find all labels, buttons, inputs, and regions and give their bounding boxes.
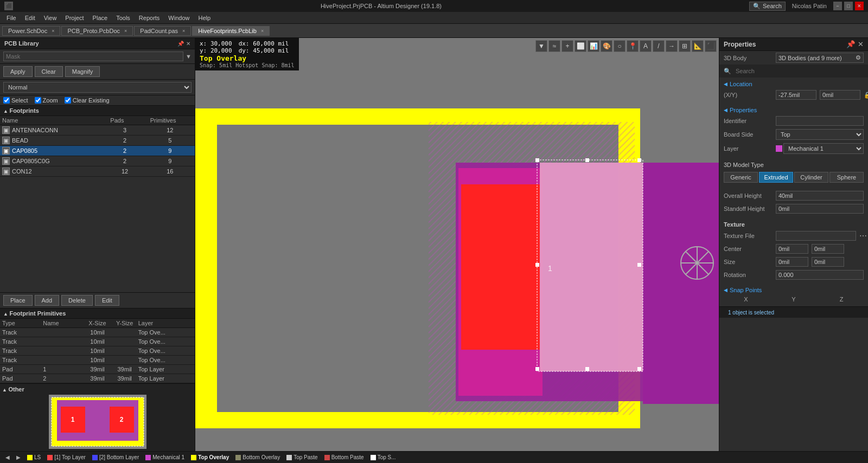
menu-item-view[interactable]: View xyxy=(40,14,61,22)
list-item[interactable]: Track 10mil Top Ove... xyxy=(0,356,195,365)
menu-item-place[interactable]: Place xyxy=(88,14,112,22)
tab-1[interactable]: PCB_Proto.PcbDoc× xyxy=(61,26,133,36)
menu-item-reports[interactable]: Reports xyxy=(135,14,164,22)
global-search[interactable]: 🔍 Search xyxy=(749,2,786,11)
menu-item-tools[interactable]: Tools xyxy=(112,14,135,22)
body-type-value[interactable]: 3D Bodies (and 9 more) ⚙ xyxy=(776,53,864,63)
layer-tab-bottompaste[interactable]: Bottom Paste xyxy=(321,454,367,461)
tab-2[interactable]: PadCount.pas× xyxy=(134,26,191,36)
list-item[interactable]: Track 10mil Top Ove... xyxy=(0,346,195,356)
arrow-btn[interactable]: → xyxy=(666,40,678,52)
paint-btn[interactable]: 🎨 xyxy=(601,40,612,52)
magnify-button[interactable]: Magnify xyxy=(65,66,100,77)
clear-existing-checkbox-label[interactable]: Clear Existing xyxy=(65,97,110,104)
list-item[interactable]: Pad 2 39mil 39mil Top Layer xyxy=(0,374,195,383)
y-input[interactable] xyxy=(820,90,860,100)
properties-pin-button[interactable]: 📌 xyxy=(846,40,856,48)
select-checkbox-label[interactable]: Select xyxy=(3,97,28,104)
mode-select[interactable]: Normal xyxy=(3,82,192,93)
apply-button[interactable]: Apply xyxy=(3,66,33,77)
layer-tab-[1]toplayer[interactable]: [1] Top Layer xyxy=(44,454,89,461)
layer-tab-bottomoverlay[interactable]: Bottom Overlay xyxy=(232,454,283,461)
place-button[interactable]: Place xyxy=(3,295,33,306)
extruded-btn[interactable]: Extruded xyxy=(759,172,793,183)
minimize-button[interactable]: − xyxy=(833,2,842,10)
table-row[interactable]: ▣ CON12 12 16 xyxy=(0,166,195,177)
grid-btn[interactable]: ⊞ xyxy=(679,40,691,52)
identifier-input[interactable] xyxy=(776,116,864,126)
clear-button[interactable]: Clear xyxy=(35,66,63,77)
menu-item-help[interactable]: Help xyxy=(194,14,215,22)
rotation-input[interactable] xyxy=(776,270,864,280)
size-x-input[interactable] xyxy=(776,257,808,267)
sphere-btn[interactable]: Sphere xyxy=(829,172,864,183)
filter-icon[interactable]: ⚙ xyxy=(856,54,861,61)
layer-tab-tops...[interactable]: Top S... xyxy=(367,454,399,461)
panel-close-button[interactable]: ✕ xyxy=(186,41,190,47)
other-section-label[interactable]: Other xyxy=(2,386,193,393)
mask-input[interactable] xyxy=(3,52,183,61)
menu-item-project[interactable]: Project xyxy=(61,14,88,22)
circle-btn[interactable]: ○ xyxy=(614,40,626,52)
lock-icon[interactable]: 🔒 xyxy=(864,92,868,99)
measure-btn[interactable]: 📐 xyxy=(692,40,704,52)
add-button[interactable]: Add xyxy=(35,295,60,306)
tab-close-3[interactable]: × xyxy=(261,28,264,34)
list-item[interactable]: Track 10mil Top Ove... xyxy=(0,328,195,337)
canvas-area[interactable]: x: 30,000 dx: 60,000 mil y: 20,000 dy: 4… xyxy=(195,38,719,451)
table-row[interactable]: ▣ CAP0805 2 9 xyxy=(0,146,195,156)
tab-close-2[interactable]: × xyxy=(182,28,185,34)
menu-item-file[interactable]: File xyxy=(2,14,21,22)
filter-btn[interactable]: ▼ xyxy=(535,40,547,52)
edit-button[interactable]: Edit xyxy=(95,295,119,306)
table-row[interactable]: ▣ ANTENNACONN 3 12 xyxy=(0,125,195,136)
chart-btn[interactable]: 📊 xyxy=(588,40,599,52)
zoom-checkbox[interactable] xyxy=(35,97,41,104)
line-btn[interactable]: / xyxy=(653,40,665,52)
x-input[interactable] xyxy=(776,90,816,100)
properties-close-button[interactable]: ✕ xyxy=(858,40,864,48)
menu-item-window[interactable]: Window xyxy=(164,14,194,22)
net-btn[interactable]: ≈ xyxy=(548,40,560,52)
board-side-select[interactable]: Top xyxy=(776,129,864,140)
close-button[interactable]: ✕ xyxy=(855,2,864,10)
select-btn[interactable]: ⬜ xyxy=(575,40,586,52)
layer-tab-topoverlay[interactable]: Top Overlay xyxy=(188,454,232,461)
overall-height-input[interactable] xyxy=(776,191,864,201)
size-y-input[interactable] xyxy=(812,257,844,267)
table-row[interactable]: ▣ BEAD 2 5 xyxy=(0,136,195,146)
generic-btn[interactable]: Generic xyxy=(724,172,758,183)
nav-right-arrow[interactable]: ▶ xyxy=(13,453,24,461)
cylinder-btn[interactable]: Cylinder xyxy=(794,172,828,183)
layer-select[interactable]: Mechanical 1 xyxy=(783,143,864,154)
layer-tab-ls[interactable]: LS xyxy=(24,454,44,461)
center-y-input[interactable] xyxy=(812,244,844,254)
maximize-button[interactable]: □ xyxy=(844,2,853,10)
properties-search-input[interactable] xyxy=(733,67,864,75)
panel-pin-button[interactable]: 📌 xyxy=(177,41,184,47)
clear-existing-checkbox[interactable] xyxy=(65,97,71,104)
3d-btn[interactable]: ⬛ xyxy=(705,40,717,52)
layer-tab-[2]bottomlayer[interactable]: [2] Bottom Layer xyxy=(89,454,142,461)
plus-btn[interactable]: + xyxy=(561,40,573,52)
texture-file-input[interactable] xyxy=(776,231,856,241)
nav-left-arrow[interactable]: ◀ xyxy=(2,453,13,461)
footprints-section-label[interactable]: Footprints xyxy=(0,106,195,116)
zoom-checkbox-label[interactable]: Zoom xyxy=(35,97,58,104)
select-checkbox[interactable] xyxy=(3,97,10,104)
tab-3[interactable]: HiveFootprints.PcbLib× xyxy=(192,26,270,36)
pin-btn[interactable]: 📍 xyxy=(627,40,639,52)
menu-item-edit[interactable]: Edit xyxy=(21,14,40,22)
tab-close-1[interactable]: × xyxy=(124,28,127,34)
list-item[interactable]: Track 10mil Top Ove... xyxy=(0,337,195,346)
standoff-height-input[interactable] xyxy=(776,204,864,214)
text-btn[interactable]: A xyxy=(640,40,652,52)
delete-button[interactable]: Delete xyxy=(61,295,93,306)
primitives-section-label[interactable]: Footprint Primitives xyxy=(0,308,195,319)
center-x-input[interactable] xyxy=(776,244,808,254)
pcb-canvas-svg[interactable]: 1 xyxy=(195,38,719,451)
texture-dots-button[interactable]: ⋯ xyxy=(859,232,867,240)
tab-close-0[interactable]: × xyxy=(52,28,54,34)
mask-dropdown-icon[interactable]: ▼ xyxy=(186,53,192,60)
table-row[interactable]: ▣ CAP0805C0G 2 9 xyxy=(0,156,195,166)
